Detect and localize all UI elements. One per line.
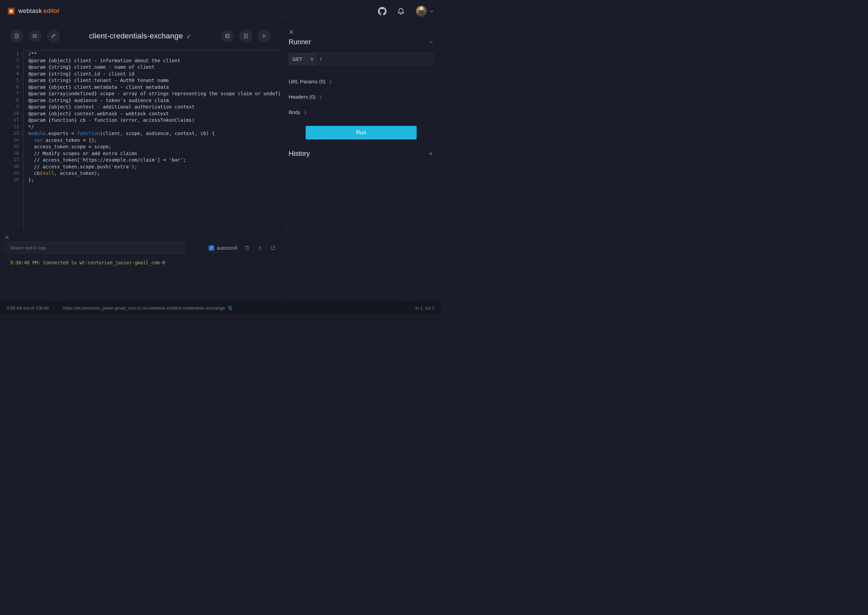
editor-pane: client-credentials-exchange 1▾2345678910… [0, 22, 281, 301]
chevron-right-icon: ❯ [319, 95, 322, 99]
checkbox-checked-icon: ✓ [209, 245, 214, 251]
log-entry: 9:30:46 PM: Connected to wt-centurion_ja… [5, 260, 276, 265]
body-label: Body [289, 109, 300, 115]
list-button[interactable] [28, 30, 42, 42]
svg-point-2 [33, 37, 34, 38]
autoscroll-toggle[interactable]: ✓ autoscroll [209, 245, 237, 251]
body-section[interactable]: Body ❯ [289, 105, 434, 120]
brand-logo[interactable]: webtaskeditor [8, 8, 60, 15]
run-button[interactable] [258, 30, 271, 42]
download-icon[interactable] [257, 245, 263, 251]
bell-icon[interactable] [397, 7, 406, 16]
url-params-section[interactable]: URL Params (0) ❯ [289, 74, 434, 89]
brand-text: webtaskeditor [19, 8, 60, 15]
url-input[interactable] [316, 53, 433, 65]
log-search-input[interactable] [5, 242, 185, 254]
svg-rect-5 [230, 307, 232, 309]
status-url-text: https://wt-centurion_javier-gmail_com-0.… [63, 306, 225, 311]
status-size: 0.86 Kb out of 100 kb [0, 302, 56, 314]
headers-label: Headers (0) [289, 94, 316, 100]
chevron-down-icon [430, 9, 434, 13]
docs-button[interactable] [239, 30, 252, 42]
app-header: webtaskeditor [0, 0, 441, 22]
copy-icon[interactable] [228, 306, 233, 311]
line-gutter: 1▾2345678910111213▾14151617181920 [0, 50, 23, 230]
main-area: client-credentials-exchange 1▾2345678910… [0, 22, 441, 301]
url-params-label: URL Params (0) [289, 78, 325, 84]
status-cursor-text: ln 1, col 1 [415, 306, 434, 311]
autoscroll-label: autoscroll [217, 245, 237, 251]
svg-point-0 [33, 35, 34, 35]
status-cursor: ln 1, col 1 [408, 302, 441, 314]
close-icon[interactable] [5, 235, 276, 240]
logs-panel: ✓ autoscroll 9:30:46 PM: Connected to wt… [0, 230, 281, 301]
plus-icon[interactable] [428, 151, 434, 156]
runner-panel: Runner GET ▲▼ URL Params (0) ❯ Headers (… [281, 22, 441, 301]
code-editor[interactable]: 1▾2345678910111213▾14151617181920 /**@pa… [0, 50, 281, 230]
github-icon[interactable] [378, 7, 387, 16]
run-request-button[interactable]: Run [306, 126, 417, 139]
brand-webtask: webtask [19, 8, 42, 14]
svg-rect-3 [226, 34, 230, 38]
user-menu[interactable] [416, 6, 434, 17]
request-url-row: GET ▲▼ [289, 53, 434, 66]
avatar [416, 6, 427, 17]
file-title: client-credentials-exchange [89, 32, 183, 41]
close-icon[interactable] [289, 29, 434, 35]
status-bar: 0.86 Kb out of 100 kb https://wt-centuri… [0, 301, 441, 314]
headers-section[interactable]: Headers (0) ❯ [289, 89, 434, 105]
minus-icon[interactable] [428, 39, 434, 45]
pencil-icon[interactable] [186, 33, 192, 39]
chevron-right-icon: ❯ [329, 79, 332, 84]
brand-editor: editor [44, 8, 60, 14]
svg-point-1 [33, 36, 34, 36]
runner-title: Runner [289, 38, 311, 46]
new-file-button[interactable] [10, 30, 23, 42]
editor-toolbar: client-credentials-exchange [0, 22, 281, 50]
status-size-text: 0.86 Kb out of 100 kb [7, 306, 49, 311]
trash-icon[interactable] [244, 245, 250, 251]
status-url: https://wt-centurion_javier-gmail_com-0.… [56, 302, 408, 314]
history-title: History [289, 150, 310, 158]
http-method-select[interactable]: GET [289, 53, 311, 65]
settings-button[interactable] [47, 30, 60, 42]
code-content[interactable]: /**@param {object} client - information … [23, 50, 281, 230]
logo-icon [8, 8, 15, 15]
external-link-icon[interactable] [270, 245, 276, 251]
chevron-right-icon: ❯ [303, 110, 307, 115]
save-button[interactable] [221, 30, 234, 42]
